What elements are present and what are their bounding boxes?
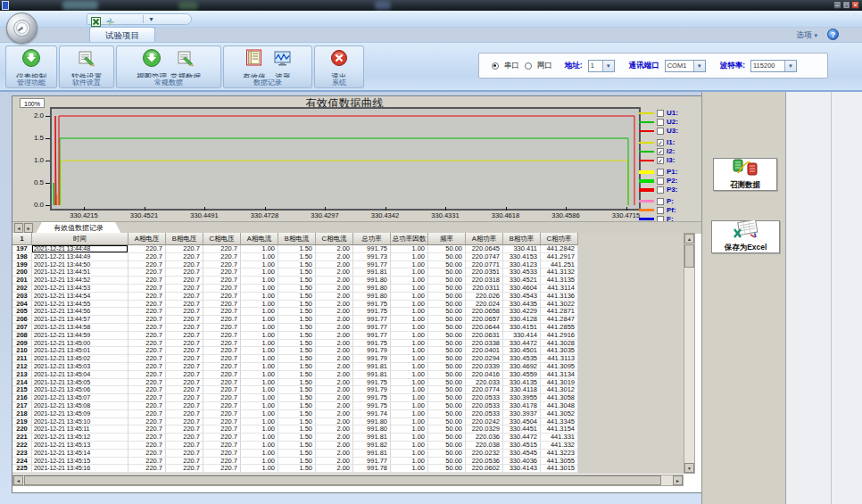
table-cell[interactable]: 2.00 [316,402,353,410]
table-cell[interactable]: 220.0645 [466,245,503,253]
row-header-cell[interactable]: 224 [12,458,32,466]
vertical-scrollbar[interactable]: ▲ ▼ [684,233,695,474]
table-cell[interactable]: 1.00 [241,277,278,285]
table-cell[interactable]: 50.00 [428,442,466,450]
row-header-cell[interactable]: 204 [12,301,32,309]
table-cell[interactable]: 330.4036 [503,458,541,466]
table-cell[interactable]: 2021-12-21 13:44:56 [32,308,128,316]
table-cell[interactable]: 441.3095 [541,363,578,371]
table-cell[interactable]: 220.7 [203,371,241,379]
table-cell[interactable]: 220.7 [128,410,166,418]
table-cell[interactable]: 991.77 [353,332,391,340]
table-cell[interactable]: 441.3015 [541,465,578,473]
table-cell[interactable]: 220.7 [128,394,166,402]
chart-wheel-icon[interactable] [105,14,115,24]
row-header-cell[interactable]: 209 [12,340,32,348]
table-row[interactable]: 2192021-12-21 13:45:10220.7220.7220.71.0… [12,418,578,426]
table-cell[interactable]: 1.50 [278,371,316,379]
table-row[interactable]: 2142021-12-21 13:45:05220.7220.7220.71.0… [12,379,578,387]
table-cell[interactable]: 2021-12-21 13:44:49 [32,253,128,261]
network-port-radio[interactable] [525,62,532,70]
table-cell[interactable]: 220.7 [203,363,241,371]
table-cell[interactable]: 220.0602 [466,465,503,473]
table-cell[interactable]: 991.81 [353,269,391,277]
table-cell[interactable]: 220.7 [203,418,241,426]
table-cell[interactable]: 220.7 [203,293,241,301]
table-cell[interactable]: 220.7 [128,245,166,253]
waveform-button[interactable]: 波形 [273,46,293,78]
table-row[interactable]: 2072021-12-21 13:44:58220.7220.7220.71.0… [12,324,578,332]
legend-checkbox[interactable] [657,198,664,205]
table-cell[interactable]: 1.00 [241,465,278,473]
rms-value-button[interactable]: 有效值 [243,46,266,78]
table-cell[interactable]: 2021-12-21 13:45:09 [32,410,128,418]
table-cell[interactable]: 2021-12-21 13:45:00 [32,340,128,348]
table-cell[interactable]: 1.50 [278,363,316,371]
table-cell[interactable]: 330.4229 [503,308,541,316]
table-cell[interactable]: 1.00 [241,434,278,442]
row-header-cell[interactable]: 197 [12,245,32,253]
table-cell[interactable]: 220.036 [466,434,503,442]
table-cell[interactable]: 330.4533 [503,269,541,277]
table-cell[interactable]: 220.7 [128,293,166,301]
table-cell[interactable]: 1.50 [278,324,316,332]
table-row[interactable]: 2122021-12-21 13:45:03220.7220.7220.71.0… [12,363,578,371]
table-cell[interactable]: 1.50 [278,285,316,293]
table-cell[interactable]: 50.00 [428,371,466,379]
table-cell[interactable]: 220.7 [128,277,166,285]
table-cell[interactable]: 330.411 [503,245,541,253]
table-cell[interactable]: 2.00 [316,355,353,363]
table-cell[interactable]: 441.2916 [541,332,578,340]
table-cell[interactable]: 991.80 [353,277,391,285]
table-cell[interactable]: 1.50 [278,355,316,363]
table-cell[interactable]: 1.50 [278,340,316,348]
table-cell[interactable]: 991.77 [353,316,391,324]
table-cell[interactable]: 1.00 [391,316,428,324]
table-row[interactable]: 2012021-12-21 13:44:52220.7220.7220.71.0… [12,277,578,285]
table-cell[interactable]: 441.3058 [541,394,578,402]
table-cell[interactable]: 50.00 [428,434,466,442]
table-cell[interactable]: 220.7 [166,379,203,387]
table-cell[interactable]: 220.7 [128,285,166,293]
table-cell[interactable]: 50.00 [428,465,466,473]
table-cell[interactable]: 2.00 [316,261,353,269]
help-icon[interactable]: ? [827,29,839,40]
table-cell[interactable]: 2.00 [316,324,353,332]
table-cell[interactable]: 50.00 [428,410,466,418]
table-cell[interactable]: 2021-12-21 13:44:52 [32,277,128,285]
table-cell[interactable]: 1.00 [391,355,428,363]
table-row[interactable]: 2062021-12-21 13:44:57220.7220.7220.71.0… [12,316,578,324]
table-cell[interactable]: 220.7 [203,332,241,340]
row-header-cell[interactable]: 214 [12,379,32,387]
table-cell[interactable]: 2.00 [316,277,353,285]
table-cell[interactable]: 1.00 [241,340,278,348]
table-cell[interactable]: 441.332 [541,442,578,450]
table-cell[interactable]: 1.00 [391,277,428,285]
table-cell[interactable]: 330.414 [503,332,541,340]
table-cell[interactable]: 330.4135 [503,379,541,387]
table-cell[interactable]: 220.7 [166,402,203,410]
table-cell[interactable]: 1.50 [278,269,316,277]
table-cell[interactable]: 991.81 [353,434,391,442]
table-cell[interactable]: 220.7 [166,316,203,324]
table-cell[interactable]: 441.2917 [541,253,578,261]
table-cell[interactable]: 1.00 [391,253,428,261]
table-cell[interactable]: 2021-12-21 13:44:58 [32,324,128,332]
table-cell[interactable]: 1.00 [241,363,278,371]
table-cell[interactable]: 991.79 [353,347,391,355]
table-cell[interactable]: 220.7 [128,253,166,261]
table-row[interactable]: 2222021-12-21 13:45:13220.7220.7220.71.0… [12,442,578,450]
table-cell[interactable]: 220.0658 [466,308,503,316]
table-cell[interactable]: 220.7 [166,269,203,277]
table-cell[interactable]: 50.00 [428,277,466,285]
table-cell[interactable]: 991.75 [353,301,391,309]
table-cell[interactable]: 1.50 [278,261,316,269]
table-cell[interactable]: 2021-12-21 13:45:01 [32,347,128,355]
table-cell[interactable]: 1.00 [241,324,278,332]
table-cell[interactable]: 220.7 [166,418,203,426]
legend-checkbox[interactable] [657,110,664,117]
table-cell[interactable]: 991.75 [353,245,391,253]
table-cell[interactable]: 330.4123 [503,261,541,269]
table-cell[interactable]: 220.7 [128,465,166,473]
table-cell[interactable]: 991.75 [353,379,391,387]
